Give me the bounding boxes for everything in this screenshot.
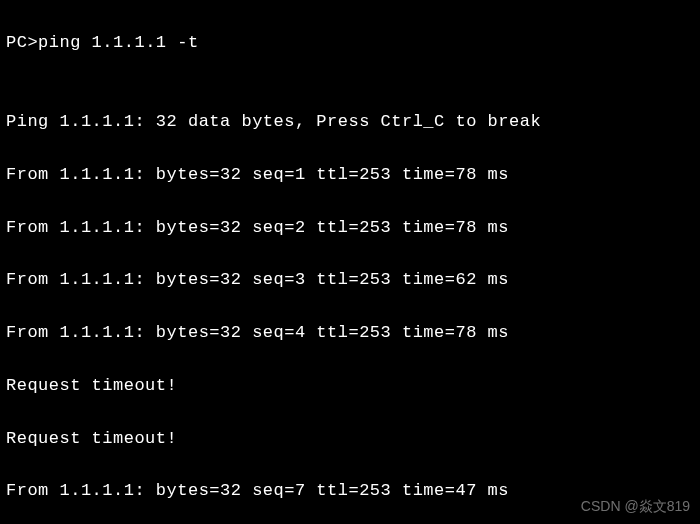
ping-reply: From 1.1.1.1: bytes=32 seq=3 ttl=253 tim…: [6, 267, 694, 293]
ping-reply: From 1.1.1.1: bytes=32 seq=2 ttl=253 tim…: [6, 215, 694, 241]
ping-timeout: Request timeout!: [6, 373, 694, 399]
ping-timeout: Request timeout!: [6, 426, 694, 452]
ping-reply: From 1.1.1.1: bytes=32 seq=4 ttl=253 tim…: [6, 320, 694, 346]
terminal-output[interactable]: PC>ping 1.1.1.1 -t Ping 1.1.1.1: 32 data…: [6, 4, 694, 524]
command-line: PC>ping 1.1.1.1 -t: [6, 30, 694, 56]
ping-header: Ping 1.1.1.1: 32 data bytes, Press Ctrl_…: [6, 109, 694, 135]
ping-reply: From 1.1.1.1: bytes=32 seq=1 ttl=253 tim…: [6, 162, 694, 188]
watermark: CSDN @焱文819: [581, 496, 690, 518]
command-text: ping 1.1.1.1 -t: [38, 33, 199, 52]
prompt: PC>: [6, 33, 38, 52]
